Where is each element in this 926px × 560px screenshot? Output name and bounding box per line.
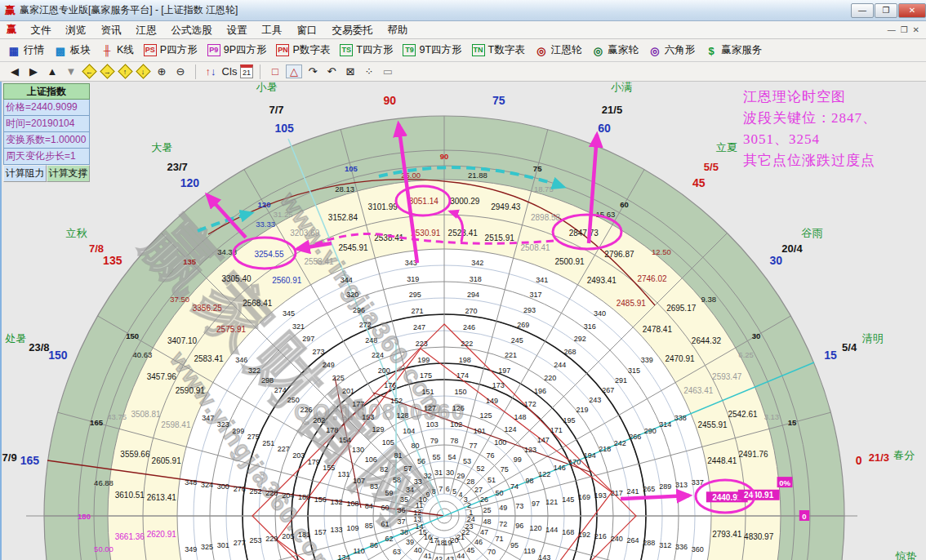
calendar-button[interactable]: 21 (240, 64, 253, 78)
p-table-button[interactable]: PNP数字表 (272, 42, 336, 59)
hexagon-button[interactable]: ◎六角形 (644, 42, 701, 59)
svg-text:252: 252 (249, 487, 261, 496)
p-square-button[interactable]: PSP四方形 (140, 42, 203, 59)
svg-text:349: 349 (185, 545, 197, 553)
svg-text:174: 174 (456, 371, 469, 380)
svg-text:341: 341 (536, 276, 548, 284)
pan-up-button[interactable]: ↑ (118, 64, 132, 78)
calc-support-button[interactable]: 计算支撑 (47, 165, 90, 182)
rotate-cw-button[interactable]: ↷ (305, 65, 321, 78)
svg-text:2470.91: 2470.91 (665, 354, 695, 363)
calc-resistance-button[interactable]: 计算阻力 (3, 165, 47, 182)
menu-news[interactable]: 资讯 (94, 21, 129, 38)
menu-help[interactable]: 帮助 (381, 21, 416, 38)
screen-tool-button[interactable]: ▭ (380, 65, 396, 78)
svg-text:81: 81 (394, 451, 402, 460)
rect-tool-button[interactable]: □ (267, 65, 283, 78)
svg-text:120: 120 (180, 176, 200, 189)
menu-settings[interactable]: 设置 (220, 21, 255, 38)
svg-text:104: 104 (403, 427, 415, 435)
pan-left-button[interactable]: ← (82, 64, 96, 78)
nav-down-button[interactable]: ▼ (63, 65, 79, 78)
winner-wheel-button[interactable]: ◎赢家轮 (587, 42, 644, 59)
svg-text:133: 133 (331, 526, 343, 534)
minimize-button[interactable]: — (851, 3, 874, 18)
clear-region-button[interactable]: ⊠ (342, 65, 358, 78)
time-row: 时间=20190104 (3, 116, 90, 132)
close-button[interactable]: ✕ (898, 3, 926, 18)
svg-text:37: 37 (397, 518, 405, 526)
svg-text:76: 76 (487, 451, 495, 460)
svg-text:2455.91: 2455.91 (698, 420, 728, 429)
winner-service-button[interactable]: $赢家服务 (701, 42, 768, 59)
svg-text:立秋: 立秋 (65, 227, 87, 239)
gann-wheel-button[interactable]: ◎江恩轮 (531, 42, 588, 59)
menu-gann[interactable]: 江恩 (129, 21, 164, 38)
menu-stock-picker[interactable]: 公式选股 (164, 21, 220, 38)
svg-text:193: 193 (594, 491, 607, 500)
svg-text:201: 201 (342, 387, 354, 395)
window-title: 赢家江恩专业版[赢家服务平台] - [上证指数 江恩轮] (20, 3, 850, 17)
center-tool-button[interactable]: ⁘ (361, 65, 377, 78)
nine-p-square-icon: P9 (207, 44, 220, 56)
pan-down-button[interactable]: ↓ (136, 64, 150, 78)
menu-bar: 赢 文件 浏览 资讯 江恩 公式选股 设置 工具 窗口 交易委托 帮助 — ❐ … (0, 21, 926, 39)
svg-text:处暑: 处暑 (5, 332, 26, 344)
svg-text:324: 324 (201, 481, 213, 489)
svg-text:58: 58 (393, 476, 401, 484)
restore-button[interactable]: ❐ (875, 3, 897, 18)
left-arrow-icon: ← (86, 68, 93, 76)
menu-window[interactable]: 窗口 (290, 21, 325, 38)
svg-text:2: 2 (467, 501, 471, 509)
triangle-tool-button[interactable]: △ (286, 64, 302, 78)
svg-text:150: 150 (48, 349, 68, 362)
svg-text:28.13: 28.13 (335, 184, 354, 193)
svg-text:274: 274 (274, 386, 287, 394)
svg-text:36: 36 (397, 506, 405, 514)
svg-text:78: 78 (450, 437, 458, 445)
pan-right-button[interactable]: → (100, 64, 114, 78)
nav-forward-button[interactable]: ▶ (25, 65, 42, 78)
t-table-button[interactable]: TNT数字表 (468, 42, 531, 59)
svg-text:42: 42 (434, 555, 443, 560)
svg-text:273: 273 (312, 348, 324, 356)
axis-toggle-button[interactable]: ↑↓ (203, 65, 219, 78)
svg-text:小满: 小满 (610, 82, 632, 93)
right-arrow-icon: → (104, 68, 111, 76)
svg-text:2590.91: 2590.91 (176, 386, 206, 395)
nine-p-square-button[interactable]: P99P四方形 (203, 42, 273, 59)
svg-text:131: 131 (338, 470, 350, 478)
annotation-line: 波段关键位：2847、 (743, 108, 926, 129)
cls-button[interactable]: Cls (221, 65, 238, 78)
svg-text:153: 153 (362, 413, 374, 421)
svg-text:59: 59 (385, 489, 394, 497)
zoom-in-button[interactable]: ⊕ (154, 65, 170, 78)
mdi-close-button[interactable]: ✕ (913, 25, 919, 34)
svg-text:15: 15 (824, 349, 837, 362)
nine-t-square-button[interactable]: T99T四方形 (398, 42, 467, 59)
nav-up-button[interactable]: ▲ (44, 65, 60, 78)
svg-text:264: 264 (626, 536, 639, 544)
svg-text:126: 126 (452, 404, 465, 412)
nav-back-button[interactable]: ◀ (7, 65, 23, 78)
svg-text:24: 24 (467, 515, 475, 523)
rotate-ccw-button[interactable]: ↶ (323, 65, 340, 78)
svg-text:132: 132 (331, 498, 343, 506)
menu-file[interactable]: 文件 (24, 21, 59, 38)
menu-tools[interactable]: 工具 (255, 21, 290, 38)
svg-text:21/5: 21/5 (602, 104, 622, 116)
kline-button[interactable]: ╫K线 (96, 42, 140, 59)
t-square-button[interactable]: TST四方形 (336, 42, 398, 59)
svg-text:316: 316 (584, 322, 596, 331)
quotes-button[interactable]: ▦行情 (3, 42, 50, 59)
zoom-out-button[interactable]: ⊖ (172, 65, 189, 78)
mdi-minimize-button[interactable]: — (888, 25, 896, 34)
svg-text:2583.41: 2583.41 (194, 354, 224, 363)
mdi-restore-button[interactable]: ❐ (901, 25, 908, 34)
svg-text:128: 128 (397, 411, 409, 420)
svg-text:135: 135 (183, 257, 197, 266)
menu-browse[interactable]: 浏览 (59, 21, 94, 38)
sectors-button[interactable]: ▩板块 (50, 42, 96, 59)
svg-text:145: 145 (562, 496, 574, 504)
menu-trade[interactable]: 交易委托 (325, 21, 381, 38)
